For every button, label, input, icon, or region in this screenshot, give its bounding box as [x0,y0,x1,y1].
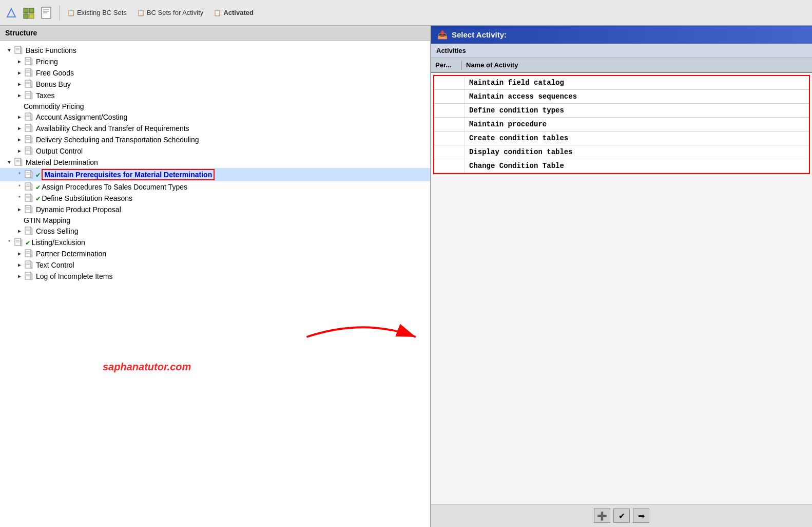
label-output-control: Output Control [36,147,83,155]
tab-existing-label: Existing BC Sets [77,9,127,16]
nav-icon-2[interactable] [23,7,35,19]
activity-row[interactable]: Maintain access sequences [434,90,809,104]
activity-row[interactable]: Define condition types [434,104,809,118]
svg-marker-13 [21,46,22,54]
structure-panel: Structure ▼ Basic Functions ▶ Pricing [0,26,431,527]
tree-item-pricing[interactable]: ▶ Pricing [0,56,430,67]
tree-item-delivery-scheduling[interactable]: ▶ Delivery Scheduling and Transportation… [0,134,430,145]
label-taxes: Taxes [36,91,55,100]
tree-item-output-control[interactable]: ▶ Output Control [0,145,430,157]
activity-row[interactable]: Maintain procedure [434,118,809,131]
activity-name-cell: Create condition tables [465,131,809,145]
dialog-btn-nav[interactable]: ➡ [633,509,649,523]
doc-icon-delivery [24,135,34,144]
activities-table: Per... Name of Activity Maintain field c… [431,58,812,504]
label-define-substitution: Define Substitution Reasons [42,194,132,202]
per-cell [434,131,465,145]
activity-row[interactable]: Maintain field catalog [434,76,809,90]
arrow-text: ▶ [15,262,24,268]
arrow-cross: ▶ [15,228,24,234]
tree-item-partner-determination[interactable]: ▶ Partner Determination [0,248,430,259]
dialog-btn-check[interactable]: ✔ [613,509,630,523]
toolbar-divider [60,5,60,21]
activity-name-cell: Change Condition Table [465,159,809,173]
tree-item-free-goods[interactable]: ▶ Free Goods [0,67,430,79]
arrow-output: ▶ [15,148,24,154]
label-gtin-mapping: GTIN Mapping [24,216,70,224]
tree-item-listing-exclusion[interactable]: * ✔ Listing/Exclusion [0,237,430,248]
tree-item-taxes[interactable]: ▶ Taxes [0,90,430,101]
per-cell [434,76,465,89]
tree-item-text-control[interactable]: ▶ Text Control [0,259,430,271]
label-cross-selling: Cross Selling [36,227,78,235]
svg-marker-0 [7,9,15,17]
label-pricing: Pricing [36,58,58,66]
nav-icon-1[interactable] [5,7,17,19]
tree-item-define-substitution[interactable]: * ✔ Define Substitution Reasons [0,193,430,204]
label-assign-procedures: Assign Procedures To Sales Document Type… [42,183,187,191]
arrow-availability: ▶ [15,125,24,131]
tab-activated[interactable]: 📋 Activated [214,9,254,16]
doc-icon-material [13,158,24,167]
arrow-partner: ▶ [15,251,24,257]
tree-item-commodity-pricing[interactable]: Commodity Pricing [0,101,430,111]
arrow-log: ▶ [15,273,24,279]
structure-header: Structure [0,26,430,41]
svg-marker-41 [31,136,32,143]
activity-name-cell: Maintain field catalog [465,76,809,89]
doc-icon-bonus-buy [24,80,34,89]
doc-icon-assign [24,182,34,192]
tab-activated-label: Activated [223,9,254,16]
activities-col-header: Per... Name of Activity [431,58,812,73]
label-material-determination: Material Determination [26,158,98,166]
arrow-define: * [15,196,24,201]
watermark: saphanatutor.com [103,361,191,373]
svg-marker-81 [31,261,32,269]
doc-icon-text [24,260,34,270]
svg-marker-37 [31,124,32,132]
activity-row[interactable]: Create condition tables [434,131,809,145]
doc-icon-pricing [24,57,34,66]
per-cell [434,145,465,159]
label-account-assignment: Account Assignment/Costing [36,113,127,121]
tree-item-material-determination[interactable]: ▼ Material Determination [0,157,430,168]
tree-item-maintain-prerequisites[interactable]: * ✔ Maintain Prerequisites for Material … [0,168,430,181]
tree-item-availability[interactable]: ▶ Availability Check and Transfer of Req… [0,123,430,134]
tab-bc-sets-activity[interactable]: 📋 BC Sets for Activity [137,9,204,16]
green-check-icon-listing: ✔ [26,238,30,247]
arrow-pricing: ▶ [15,59,24,65]
tree-item-bonus-buy[interactable]: ▶ Bonus Buy [0,79,430,90]
svg-marker-53 [31,171,32,178]
svg-marker-73 [21,238,22,246]
activity-row[interactable]: Display condition tables [434,145,809,159]
arrow-taxes: ▶ [15,92,24,99]
svg-marker-21 [31,69,32,77]
tree-item-cross-selling[interactable]: ▶ Cross Selling [0,225,430,237]
nav-icon-3[interactable] [40,7,52,19]
tab-activity-icon: 📋 [137,9,145,16]
activity-row[interactable]: Change Condition Table [434,159,809,173]
label-log-incomplete: Log of Incomplete Items [36,272,112,280]
arrow-bonus-buy: ▶ [15,81,24,87]
tree-item-account-assignment[interactable]: ▶ Account Assignment/Costing [0,111,430,123]
doc-icon-cross [24,227,34,236]
svg-marker-29 [31,91,32,99]
doc-icon-maintain [24,170,34,179]
tree-item-dynamic-product[interactable]: ▶ Dynamic Product Proposal [0,204,430,215]
svg-marker-33 [31,113,32,121]
doc-icon-log [24,272,34,281]
tab-existing-bc-sets[interactable]: 📋 Existing BC Sets [67,9,127,16]
doc-icon-output [24,146,34,156]
per-cell [434,90,465,103]
tree-item-gtin-mapping[interactable]: GTIN Mapping [0,215,430,225]
svg-marker-77 [31,250,32,257]
activity-name-cell: Define condition types [465,104,809,117]
label-text-control: Text Control [36,261,74,269]
tree-item-basic-functions[interactable]: ▼ Basic Functions [0,45,430,56]
structure-title: Structure [5,29,37,37]
activity-name-cell: Maintain access sequences [465,90,809,103]
tree-item-log-incomplete[interactable]: ▶ Log of Incomplete Items [0,271,430,282]
dialog-btn-add[interactable]: ➕ [594,509,610,523]
svg-marker-57 [31,183,32,191]
tree-item-assign-procedures[interactable]: * ✔ Assign Procedures To Sales Document … [0,181,430,193]
